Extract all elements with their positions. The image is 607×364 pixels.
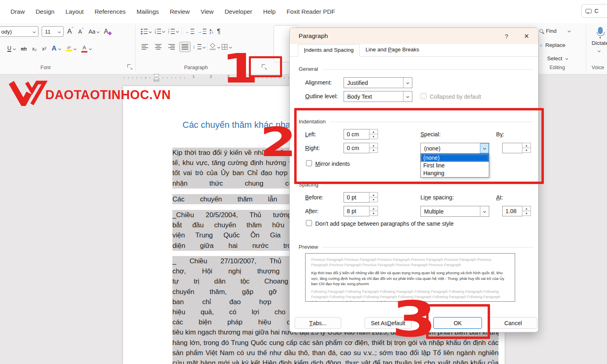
editing-group-label: Editing	[550, 65, 565, 70]
multilevel-icon: 1ai	[168, 29, 169, 34]
menu-tab-view[interactable]: View	[201, 8, 214, 15]
menu-tab-foxit[interactable]: Foxit Reader PDF	[287, 8, 335, 15]
replace-button[interactable]: Replace	[545, 42, 566, 48]
chevron-down-icon	[176, 30, 179, 33]
chevron-down-icon	[162, 30, 165, 33]
dialog-title: Paragraph	[299, 32, 501, 40]
at-label: At:	[496, 194, 503, 201]
font-group-label: Font	[40, 65, 51, 70]
chevron-down-icon	[406, 95, 409, 98]
grow-font-button[interactable]: Aˆ	[67, 28, 73, 36]
spin-down-button[interactable]: ▼	[369, 211, 378, 216]
after-value[interactable]: 8 pt	[344, 206, 369, 216]
find-button[interactable]: Find	[546, 28, 556, 34]
bullet-list-button[interactable]	[141, 29, 151, 34]
underline-button[interactable]: U	[7, 46, 15, 52]
shrink-font-button[interactable]: Aˇ	[78, 28, 83, 35]
chevron-down-icon	[565, 57, 568, 60]
align-right-icon	[168, 44, 175, 50]
tab-indents-and-spacing[interactable]: Indents and Spacing	[298, 44, 360, 57]
change-case-button[interactable]: Aa	[89, 28, 99, 35]
chevron-down-icon	[203, 45, 206, 48]
select-button[interactable]: Select	[547, 55, 562, 61]
chevron-down-icon	[57, 30, 60, 33]
menu-tab-draw[interactable]: Draw	[11, 8, 25, 15]
text-effects-button[interactable]: A	[52, 44, 61, 53]
cancel-button[interactable]: Cancel	[489, 317, 537, 329]
line-spacing-button[interactable]: ↕	[193, 44, 205, 50]
alignment-label: Alignment:	[305, 79, 332, 86]
close-icon[interactable]: ✕	[524, 32, 529, 40]
menu-tab-references[interactable]: References	[95, 8, 126, 15]
dialog-title-bar[interactable]: Paragraph ? ✕	[290, 28, 538, 44]
alignment-combobox[interactable]: Justified	[344, 77, 412, 88]
menu-tab-design[interactable]: Design	[36, 8, 55, 15]
shading-button[interactable]	[210, 44, 220, 50]
menu-tab-mailings[interactable]: Mailings	[136, 8, 159, 15]
menu-tab-review[interactable]: Review	[170, 8, 190, 15]
numbering-icon: 123	[155, 29, 156, 34]
collapsed-by-default-checkbox[interactable]	[420, 93, 427, 99]
watermark-text: DAOTAOTINHOC.VN	[45, 88, 171, 102]
comments-button[interactable]: C	[581, 4, 607, 18]
dont-add-space-checkbox[interactable]	[306, 220, 312, 226]
chevron-down-icon	[406, 81, 409, 84]
subscript-button[interactable]: x₂	[32, 46, 37, 52]
font-name-combobox[interactable]: ody)	[0, 26, 38, 37]
justify-button[interactable]	[179, 42, 191, 52]
replace-icon: c	[540, 43, 542, 47]
sort-button[interactable]: AZ↓	[210, 29, 214, 34]
annotation-number-1: 1	[222, 49, 258, 89]
align-left-button[interactable]	[139, 42, 151, 52]
font-name-value: ody)	[0, 29, 30, 35]
tabs-button[interactable]: Tabs...	[295, 317, 341, 329]
bullets-icon	[141, 29, 142, 34]
highlighter-icon	[66, 46, 71, 49]
eraser-icon	[108, 32, 112, 36]
clear-formatting-button[interactable]: A	[104, 28, 108, 35]
paragraph-group-label: Paragraph	[184, 65, 208, 70]
outline-level-combobox[interactable]: Body Text	[344, 91, 412, 102]
outline-level-label: Outline level:	[305, 93, 338, 99]
ruler-number: 2	[202, 74, 220, 78]
font-color-button[interactable]: A	[81, 44, 91, 53]
menu-tab-layout[interactable]: Layout	[66, 8, 84, 15]
before-spinner[interactable]: 0 pt ▲▼	[344, 192, 378, 203]
after-label: After:	[305, 208, 318, 214]
paint-bucket-icon	[210, 43, 215, 48]
watermark-logo: DAOTAOTINHOC.VN	[9, 80, 171, 106]
dictate-button[interactable]: Dictate	[592, 27, 607, 53]
line-spacing-value: Multiple	[421, 208, 480, 215]
decrease-indent-button[interactable]: ←	[185, 29, 194, 34]
increase-indent-button[interactable]: →	[197, 29, 206, 34]
align-right-button[interactable]	[166, 42, 177, 52]
align-center-button[interactable]	[153, 42, 164, 52]
document-text-line: sản phẩm Việt Nam có ưu thế như dầu thô,…	[172, 348, 499, 358]
line-spacing-combobox[interactable]: Multiple	[420, 206, 489, 217]
numbered-list-button[interactable]: 123	[155, 29, 165, 34]
menu-tab-help[interactable]: Help	[263, 8, 276, 15]
text-highlight-button[interactable]	[66, 46, 76, 51]
document-text-line: cứu mặt hàng mới và ký kết Hiệp định kiể…	[172, 358, 499, 364]
font-size-combobox[interactable]: 11	[42, 26, 64, 37]
help-button[interactable]: ?	[501, 33, 513, 40]
strikethrough-button[interactable]: ab	[21, 46, 27, 52]
outline-level-value: Body Text	[344, 93, 403, 100]
superscript-button[interactable]: x²	[42, 46, 47, 52]
annotation-box-step2	[294, 108, 544, 184]
spin-down-button[interactable]: ▼	[522, 211, 531, 216]
after-spinner[interactable]: 8 pt ▲▼	[344, 206, 378, 216]
before-value[interactable]: 0 pt	[344, 192, 369, 203]
at-value[interactable]: 1.08	[502, 206, 522, 216]
at-spinner[interactable]: 1.08 ▲▼	[502, 206, 531, 216]
font-dialog-launcher[interactable]	[127, 64, 132, 69]
collapsed-by-default-label: Collapsed by default	[430, 93, 481, 100]
comments-label: C	[594, 8, 599, 14]
multilevel-list-button[interactable]: 1ai	[168, 29, 178, 34]
menu-bar: t Draw Design Layout References Mailings…	[0, 0, 607, 23]
yellow-bar-icon	[66, 50, 72, 51]
spin-down-button[interactable]: ▼	[369, 197, 378, 202]
menu-tab-developer[interactable]: Developer	[225, 8, 252, 15]
show-marks-button[interactable]: ¶	[217, 28, 221, 35]
tab-line-and-page-breaks[interactable]: Line and Page Breaks	[360, 44, 425, 56]
